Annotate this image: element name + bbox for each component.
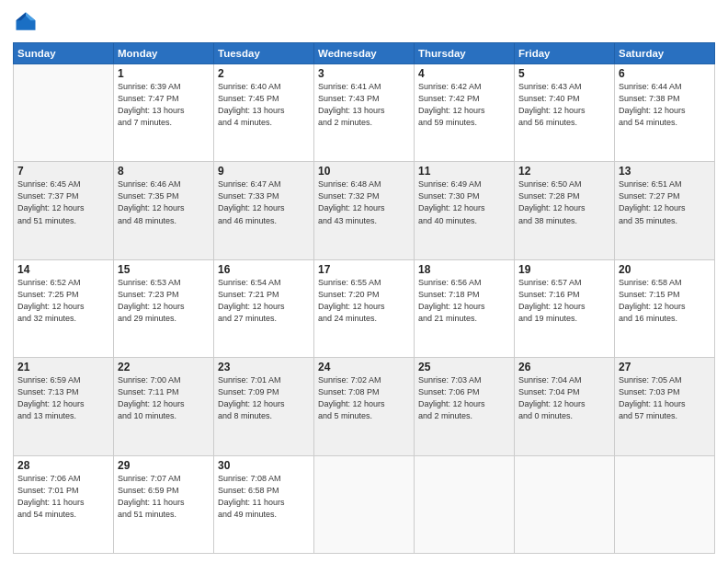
- day-number: 24: [318, 361, 410, 373]
- day-info: Sunrise: 7:05 AM Sunset: 7:03 PM Dayligh…: [619, 374, 711, 422]
- day-number: 3: [318, 67, 410, 80]
- day-info: Sunrise: 7:08 AM Sunset: 6:58 PM Dayligh…: [218, 473, 310, 521]
- day-number: 21: [17, 361, 109, 373]
- calendar-cell: 13Sunrise: 6:51 AM Sunset: 7:27 PM Dayli…: [615, 162, 715, 259]
- calendar-cell: 15Sunrise: 6:53 AM Sunset: 7:23 PM Dayli…: [114, 259, 214, 357]
- day-info: Sunrise: 6:49 AM Sunset: 7:30 PM Dayligh…: [418, 178, 510, 226]
- calendar-week-row: 1Sunrise: 6:39 AM Sunset: 7:47 PM Daylig…: [14, 64, 715, 162]
- calendar-cell: 17Sunrise: 6:55 AM Sunset: 7:20 PM Dayli…: [314, 259, 415, 357]
- day-number: 25: [418, 361, 510, 373]
- day-info: Sunrise: 6:53 AM Sunset: 7:23 PM Dayligh…: [118, 277, 210, 325]
- weekday-header: Monday: [114, 43, 214, 64]
- calendar-cell: 11Sunrise: 6:49 AM Sunset: 7:30 PM Dayli…: [415, 162, 515, 259]
- weekday-header: Saturday: [615, 43, 715, 64]
- day-number: 28: [17, 459, 109, 472]
- day-number: 17: [318, 263, 410, 276]
- day-info: Sunrise: 7:03 AM Sunset: 7:06 PM Dayligh…: [418, 374, 510, 422]
- calendar-cell: 5Sunrise: 6:43 AM Sunset: 7:40 PM Daylig…: [515, 64, 615, 162]
- page: SundayMondayTuesdayWednesdayThursdayFrid…: [0, 0, 728, 563]
- calendar-cell: [14, 64, 114, 162]
- calendar-cell: 16Sunrise: 6:54 AM Sunset: 7:21 PM Dayli…: [214, 259, 314, 357]
- day-info: Sunrise: 7:02 AM Sunset: 7:08 PM Dayligh…: [318, 374, 410, 422]
- calendar-table: SundayMondayTuesdayWednesdayThursdayFrid…: [13, 42, 715, 554]
- day-info: Sunrise: 7:01 AM Sunset: 7:09 PM Dayligh…: [218, 374, 310, 422]
- day-info: Sunrise: 6:47 AM Sunset: 7:33 PM Dayligh…: [218, 178, 310, 226]
- day-info: Sunrise: 6:43 AM Sunset: 7:40 PM Dayligh…: [518, 81, 610, 129]
- logo-icon: [13, 9, 39, 35]
- calendar-cell: 25Sunrise: 7:03 AM Sunset: 7:06 PM Dayli…: [415, 358, 515, 455]
- calendar-cell: 12Sunrise: 6:50 AM Sunset: 7:28 PM Dayli…: [515, 162, 615, 259]
- day-number: 18: [418, 263, 510, 276]
- day-info: Sunrise: 6:48 AM Sunset: 7:32 PM Dayligh…: [318, 178, 410, 226]
- calendar-cell: 14Sunrise: 6:52 AM Sunset: 7:25 PM Dayli…: [14, 259, 114, 357]
- calendar-cell: 3Sunrise: 6:41 AM Sunset: 7:43 PM Daylig…: [314, 64, 415, 162]
- day-number: 22: [118, 361, 210, 373]
- weekday-header: Wednesday: [314, 43, 415, 64]
- day-number: 10: [318, 165, 410, 178]
- calendar-cell: [314, 455, 415, 553]
- calendar-cell: [615, 455, 715, 553]
- header: [13, 9, 715, 35]
- day-info: Sunrise: 6:46 AM Sunset: 7:35 PM Dayligh…: [118, 178, 210, 226]
- day-info: Sunrise: 6:41 AM Sunset: 7:43 PM Dayligh…: [318, 81, 410, 129]
- day-info: Sunrise: 6:51 AM Sunset: 7:27 PM Dayligh…: [619, 178, 711, 226]
- day-info: Sunrise: 6:44 AM Sunset: 7:38 PM Dayligh…: [619, 81, 711, 129]
- weekday-header: Friday: [515, 43, 615, 64]
- day-number: 14: [17, 263, 109, 276]
- calendar-header-row: SundayMondayTuesdayWednesdayThursdayFrid…: [14, 43, 715, 64]
- calendar-cell: 8Sunrise: 6:46 AM Sunset: 7:35 PM Daylig…: [114, 162, 214, 259]
- day-info: Sunrise: 7:04 AM Sunset: 7:04 PM Dayligh…: [518, 374, 610, 422]
- day-number: 15: [118, 263, 210, 276]
- calendar-cell: 24Sunrise: 7:02 AM Sunset: 7:08 PM Dayli…: [314, 358, 415, 455]
- calendar-cell: 29Sunrise: 7:07 AM Sunset: 6:59 PM Dayli…: [114, 455, 214, 553]
- day-number: 19: [518, 263, 610, 276]
- day-number: 27: [619, 361, 711, 373]
- day-info: Sunrise: 7:06 AM Sunset: 7:01 PM Dayligh…: [17, 473, 109, 521]
- calendar-cell: 21Sunrise: 6:59 AM Sunset: 7:13 PM Dayli…: [14, 358, 114, 455]
- day-number: 30: [218, 459, 310, 472]
- day-info: Sunrise: 6:42 AM Sunset: 7:42 PM Dayligh…: [418, 81, 510, 129]
- calendar-cell: 19Sunrise: 6:57 AM Sunset: 7:16 PM Dayli…: [515, 259, 615, 357]
- day-info: Sunrise: 7:00 AM Sunset: 7:11 PM Dayligh…: [118, 374, 210, 422]
- day-number: 6: [619, 67, 711, 80]
- weekday-header: Thursday: [415, 43, 515, 64]
- day-number: 26: [518, 361, 610, 373]
- day-number: 13: [619, 165, 711, 178]
- calendar-cell: [415, 455, 515, 553]
- day-info: Sunrise: 6:59 AM Sunset: 7:13 PM Dayligh…: [17, 374, 109, 422]
- day-info: Sunrise: 7:07 AM Sunset: 6:59 PM Dayligh…: [118, 473, 210, 521]
- calendar-week-row: 28Sunrise: 7:06 AM Sunset: 7:01 PM Dayli…: [14, 455, 715, 553]
- weekday-header: Tuesday: [214, 43, 314, 64]
- calendar-cell: 27Sunrise: 7:05 AM Sunset: 7:03 PM Dayli…: [615, 358, 715, 455]
- calendar-cell: 4Sunrise: 6:42 AM Sunset: 7:42 PM Daylig…: [415, 64, 515, 162]
- day-info: Sunrise: 6:52 AM Sunset: 7:25 PM Dayligh…: [17, 277, 109, 325]
- logo: [13, 9, 42, 35]
- day-number: 8: [118, 165, 210, 178]
- calendar-cell: 6Sunrise: 6:44 AM Sunset: 7:38 PM Daylig…: [615, 64, 715, 162]
- day-number: 4: [418, 67, 510, 80]
- calendar-cell: 7Sunrise: 6:45 AM Sunset: 7:37 PM Daylig…: [14, 162, 114, 259]
- day-info: Sunrise: 6:39 AM Sunset: 7:47 PM Dayligh…: [118, 81, 210, 129]
- calendar-cell: 2Sunrise: 6:40 AM Sunset: 7:45 PM Daylig…: [214, 64, 314, 162]
- day-number: 20: [619, 263, 711, 276]
- day-number: 12: [518, 165, 610, 178]
- calendar-cell: 30Sunrise: 7:08 AM Sunset: 6:58 PM Dayli…: [214, 455, 314, 553]
- day-number: 11: [418, 165, 510, 178]
- day-info: Sunrise: 6:55 AM Sunset: 7:20 PM Dayligh…: [318, 277, 410, 325]
- calendar-cell: 18Sunrise: 6:56 AM Sunset: 7:18 PM Dayli…: [415, 259, 515, 357]
- day-number: 29: [118, 459, 210, 472]
- day-number: 23: [218, 361, 310, 373]
- calendar-cell: 1Sunrise: 6:39 AM Sunset: 7:47 PM Daylig…: [114, 64, 214, 162]
- day-number: 1: [118, 67, 210, 80]
- day-number: 5: [518, 67, 610, 80]
- calendar-cell: 28Sunrise: 7:06 AM Sunset: 7:01 PM Dayli…: [14, 455, 114, 553]
- calendar-week-row: 21Sunrise: 6:59 AM Sunset: 7:13 PM Dayli…: [14, 358, 715, 455]
- calendar-cell: 22Sunrise: 7:00 AM Sunset: 7:11 PM Dayli…: [114, 358, 214, 455]
- calendar-cell: 9Sunrise: 6:47 AM Sunset: 7:33 PM Daylig…: [214, 162, 314, 259]
- calendar-cell: 20Sunrise: 6:58 AM Sunset: 7:15 PM Dayli…: [615, 259, 715, 357]
- day-number: 2: [218, 67, 310, 80]
- day-number: 7: [17, 165, 109, 178]
- calendar-cell: 23Sunrise: 7:01 AM Sunset: 7:09 PM Dayli…: [214, 358, 314, 455]
- day-number: 16: [218, 263, 310, 276]
- day-info: Sunrise: 6:50 AM Sunset: 7:28 PM Dayligh…: [518, 178, 610, 226]
